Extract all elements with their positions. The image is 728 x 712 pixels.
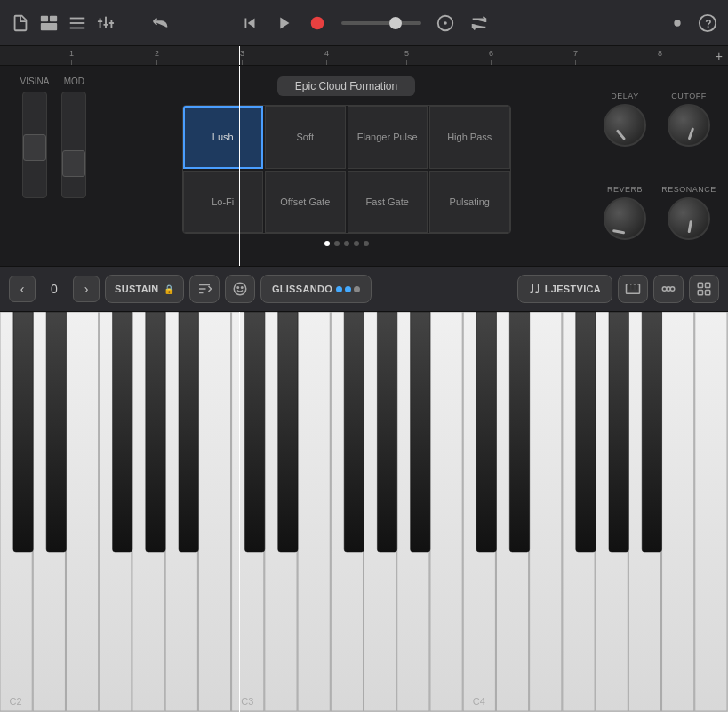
visina-slider[interactable] xyxy=(22,92,47,198)
emoji-button[interactable] xyxy=(225,275,255,303)
settings-icon[interactable] xyxy=(668,13,687,33)
svg-rect-10 xyxy=(103,23,108,25)
cutoff-indicator xyxy=(688,128,695,140)
svg-rect-6 xyxy=(100,18,101,28)
help-icon[interactable]: ? xyxy=(698,13,717,33)
svg-rect-28 xyxy=(706,283,710,287)
visina-handle xyxy=(23,134,46,161)
resonance-indicator xyxy=(688,220,692,233)
visina-label: VISINA xyxy=(20,76,50,86)
slider-group: VISINA MOD xyxy=(20,76,87,198)
ruler-tick: 8 xyxy=(658,49,662,65)
svg-point-26 xyxy=(670,287,675,292)
svg-rect-2 xyxy=(41,23,57,30)
glissando-label: GLISSANDO xyxy=(272,284,332,294)
preset-pad-4[interactable]: Lo-Fi xyxy=(183,171,264,234)
loop-icon[interactable] xyxy=(469,13,489,33)
sustain-label: SUSTAIN xyxy=(115,284,159,294)
svg-rect-22 xyxy=(632,284,634,290)
preset-area: Epic Cloud Formation LushSoftFlanger Pul… xyxy=(107,66,586,266)
piano-canvas[interactable] xyxy=(0,312,728,712)
svg-rect-1 xyxy=(50,15,57,20)
cutoff-knob[interactable] xyxy=(668,104,710,147)
nav-next-button[interactable]: › xyxy=(73,276,100,302)
glissando-dot-1 xyxy=(345,286,351,292)
play-button[interactable] xyxy=(274,13,293,33)
reverb-knob-group: REVERB xyxy=(596,185,653,240)
settings-view-button[interactable] xyxy=(689,275,719,303)
main-content: VISINA MOD Epic Cloud Formation LushSoft… xyxy=(0,66,728,266)
undo-icon[interactable] xyxy=(151,13,171,33)
reverb-label: REVERB xyxy=(607,185,643,194)
delay-knob-group: DELAY xyxy=(596,92,653,147)
svg-rect-9 xyxy=(98,20,103,22)
svg-point-19 xyxy=(241,287,243,289)
ruler-tick: 5 xyxy=(404,49,409,65)
preset-grid: LushSoftFlanger PulseHigh PassLo-FiOffse… xyxy=(182,105,511,234)
transport-thumb xyxy=(389,17,402,29)
right-controls: DELAY CUTOFF REVERB RESONANCE xyxy=(586,66,728,266)
svg-rect-3 xyxy=(70,17,85,19)
svg-rect-5 xyxy=(70,27,85,28)
glissando-dot-0 xyxy=(336,286,342,292)
record-button[interactable] xyxy=(308,13,327,33)
svg-rect-29 xyxy=(698,291,702,295)
sustain-button[interactable]: SUSTAIN 🔒 xyxy=(105,275,184,303)
cutoff-label: CUTOFF xyxy=(671,92,706,100)
reverb-indicator xyxy=(612,229,625,234)
layers-icon[interactable] xyxy=(39,13,59,33)
preset-pad-3[interactable]: High Pass xyxy=(429,106,510,169)
nav-value: 0 xyxy=(41,282,68,296)
preset-dot-3 xyxy=(354,241,359,246)
svg-rect-11 xyxy=(109,22,115,24)
keyboard-view-button[interactable] xyxy=(618,275,648,303)
left-controls: VISINA MOD xyxy=(0,66,107,266)
svg-point-12 xyxy=(310,16,324,29)
document-icon[interactable] xyxy=(11,13,30,33)
resonance-label: RESONANCE xyxy=(661,185,716,194)
ljestvica-button[interactable]: ♩♩ LJESTVICA xyxy=(517,275,612,303)
piano-area xyxy=(0,312,728,712)
svg-rect-7 xyxy=(105,16,107,28)
toolbar-center xyxy=(240,13,489,33)
sliders-icon[interactable] xyxy=(96,13,116,33)
toolbar: ? xyxy=(0,0,728,46)
chord-view-button[interactable] xyxy=(653,275,684,303)
preset-pad-0[interactable]: Lush xyxy=(183,106,264,169)
glissando-button[interactable]: GLISSANDO xyxy=(260,275,372,303)
cutoff-knob-group: CUTOFF xyxy=(660,92,717,147)
svg-point-14 xyxy=(444,21,447,25)
preset-pad-5[interactable]: Offset Gate xyxy=(265,171,346,234)
svg-rect-30 xyxy=(706,291,710,295)
metronome-icon[interactable] xyxy=(436,13,455,33)
list-icon[interactable] xyxy=(68,13,87,33)
ruler-tick: 7 xyxy=(573,49,578,65)
svg-rect-23 xyxy=(636,284,637,290)
svg-rect-8 xyxy=(111,20,113,28)
reverb-knob[interactable] xyxy=(604,197,646,240)
preset-dots xyxy=(324,241,369,246)
svg-rect-27 xyxy=(698,283,702,287)
preset-pad-2[interactable]: Flanger Pulse xyxy=(348,106,428,169)
mod-slider[interactable] xyxy=(61,92,86,198)
toolbar-left xyxy=(11,13,171,33)
delay-knob[interactable] xyxy=(604,104,646,147)
mod-handle xyxy=(62,150,85,177)
nav-prev-button[interactable]: ‹ xyxy=(9,276,36,302)
ruler-tick: 1 xyxy=(69,49,74,65)
skip-back-button[interactable] xyxy=(240,13,260,33)
preset-pad-6[interactable]: Fast Gate xyxy=(348,171,428,234)
ruler: 12345678 + xyxy=(0,46,728,66)
ruler-tick: 3 xyxy=(240,49,244,65)
visina-slider-col: VISINA xyxy=(20,76,50,198)
svg-rect-4 xyxy=(70,22,85,24)
lock-icon: 🔒 xyxy=(164,284,174,294)
ruler-add-button[interactable]: + xyxy=(716,49,723,63)
preset-pad-1[interactable]: Soft xyxy=(265,106,346,169)
arp-button[interactable] xyxy=(189,275,220,303)
preset-dot-0 xyxy=(324,241,330,246)
preset-pad-7[interactable]: Pulsating xyxy=(429,171,510,234)
resonance-knob-group: RESONANCE xyxy=(660,185,717,240)
resonance-knob[interactable] xyxy=(668,197,710,240)
transport-slider[interactable] xyxy=(341,21,421,25)
